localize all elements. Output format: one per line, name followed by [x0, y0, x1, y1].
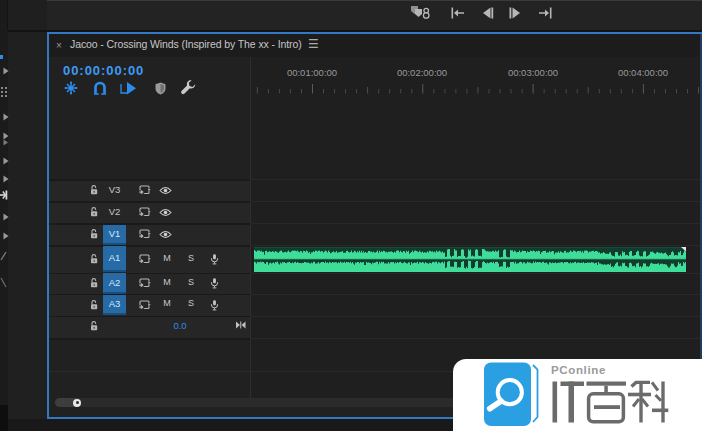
svg-text:00:03:00:00: 00:03:00:00 — [508, 67, 558, 78]
svg-text:00:02:00:00: 00:02:00:00 — [397, 67, 447, 78]
svg-text:00:01:00:00: 00:01:00:00 — [287, 67, 337, 78]
svg-text:00:04:00:00: 00:04:00:00 — [618, 67, 668, 78]
svg-text:PConline: PConline — [551, 364, 606, 376]
